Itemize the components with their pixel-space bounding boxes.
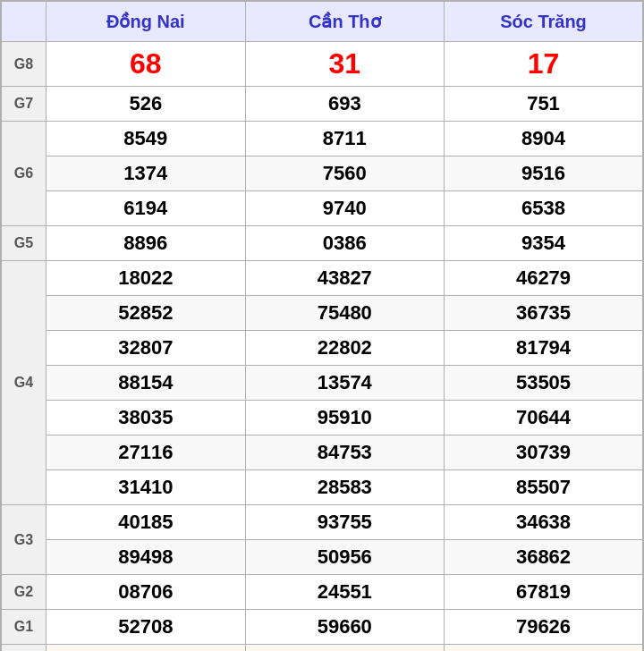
g6-can-tho-3: 9740	[245, 191, 444, 226]
g2-soc-trang: 67819	[445, 575, 644, 610]
g6-label: G6	[1, 122, 47, 226]
prize-g4-row-3: 32807 22802 81794	[1, 331, 643, 366]
g4-label: G4	[1, 261, 47, 505]
prize-g4-row-5: 38035 95910 70644	[1, 401, 643, 435]
g4-can-tho-2: 75480	[245, 296, 444, 331]
g4-can-tho-7: 28583	[245, 470, 444, 505]
header-row: Đồng Nai Cần Thơ Sóc Trăng	[1, 1, 643, 42]
g6-can-tho-2: 7560	[245, 156, 444, 191]
g2-label: G2	[1, 575, 47, 610]
g6-dong-nai-2: 1374	[47, 156, 245, 191]
prize-g6-row-3: 6194 9740 6538	[1, 191, 643, 226]
special-soc-trang: 433093	[445, 645, 644, 652]
prize-g3-row-2: 89498 50956 36862	[1, 540, 643, 575]
g6-soc-trang-3: 6538	[445, 191, 644, 226]
special-prize-row: ĐBBA 615121 593381 433093	[1, 645, 643, 652]
prize-g5-row: G5 8896 0386 9354	[1, 226, 643, 261]
prize-g1-row: G1 52708 59660 79626	[1, 610, 643, 645]
g3-can-tho-2: 50956	[245, 540, 444, 575]
g6-dong-nai-1: 8549	[47, 122, 245, 156]
g8-can-tho: 31	[245, 42, 444, 87]
g2-dong-nai: 08706	[47, 575, 245, 610]
g7-dong-nai: 526	[47, 87, 245, 122]
g4-can-tho-3: 22802	[245, 331, 444, 366]
g4-dong-nai-6: 27116	[47, 435, 245, 470]
g4-dong-nai-4: 88154	[47, 366, 245, 401]
g3-soc-trang-2: 36862	[445, 540, 644, 575]
prize-g4-row-2: 52852 75480 36735	[1, 296, 643, 331]
g4-can-tho-5: 95910	[245, 401, 444, 435]
prize-g4-row-7: 31410 28583 85507	[1, 470, 643, 505]
g1-soc-trang: 79626	[445, 610, 644, 645]
prize-g8-row: G8 68 31 17	[1, 42, 643, 87]
lottery-results-table: Đồng Nai Cần Thơ Sóc Trăng G8 68 31 17 G…	[0, 0, 644, 651]
g6-can-tho-1: 8711	[245, 122, 444, 156]
prize-g4-row-6: 27116 84753 30739	[1, 435, 643, 470]
g6-soc-trang-1: 8904	[445, 122, 644, 156]
g7-soc-trang: 751	[445, 87, 644, 122]
g7-label: G7	[1, 87, 47, 122]
g6-dong-nai-3: 6194	[47, 191, 245, 226]
g4-soc-trang-5: 70644	[445, 401, 644, 435]
g3-can-tho-1: 93755	[245, 505, 444, 540]
prize-g2-row: G2 08706 24551 67819	[1, 575, 643, 610]
header-empty	[1, 1, 47, 42]
g4-can-tho-4: 13574	[245, 366, 444, 401]
prize-g6-row-2: 1374 7560 9516	[1, 156, 643, 191]
prize-g6-row-1: G6 8549 8711 8904	[1, 122, 643, 156]
g4-dong-nai-7: 31410	[47, 470, 245, 505]
g8-dong-nai: 68	[47, 42, 245, 87]
g8-soc-trang: 17	[445, 42, 644, 87]
g8-label: G8	[1, 42, 47, 87]
g5-dong-nai: 8896	[47, 226, 245, 261]
g3-soc-trang-1: 34638	[445, 505, 644, 540]
g4-soc-trang-4: 53505	[445, 366, 644, 401]
g5-soc-trang: 9354	[445, 226, 644, 261]
g4-soc-trang-7: 85507	[445, 470, 644, 505]
special-dong-nai: 615121	[47, 645, 245, 652]
prize-g3-row-1: G3 40185 93755 34638	[1, 505, 643, 540]
g4-dong-nai-5: 38035	[47, 401, 245, 435]
g4-soc-trang-2: 36735	[445, 296, 644, 331]
g3-dong-nai-1: 40185	[47, 505, 245, 540]
g3-label: G3	[1, 505, 47, 575]
g5-label: G5	[1, 226, 47, 261]
g4-dong-nai-1: 18022	[47, 261, 245, 296]
special-label: ĐBBA	[1, 645, 47, 652]
g1-label: G1	[1, 610, 47, 645]
g4-can-tho-6: 84753	[245, 435, 444, 470]
header-can-tho: Cần Thơ	[245, 1, 444, 42]
prize-g4-row-4: 88154 13574 53505	[1, 366, 643, 401]
g4-dong-nai-3: 32807	[47, 331, 245, 366]
g3-dong-nai-2: 89498	[47, 540, 245, 575]
header-soc-trang: Sóc Trăng	[445, 1, 644, 42]
g5-can-tho: 0386	[245, 226, 444, 261]
header-dong-nai: Đồng Nai	[47, 1, 245, 42]
g4-soc-trang-3: 81794	[445, 331, 644, 366]
special-can-tho: 593381	[245, 645, 444, 652]
g6-soc-trang-2: 9516	[445, 156, 644, 191]
g4-soc-trang-6: 30739	[445, 435, 644, 470]
g4-dong-nai-2: 52852	[47, 296, 245, 331]
g4-soc-trang-1: 46279	[445, 261, 644, 296]
g4-can-tho-1: 43827	[245, 261, 444, 296]
g2-can-tho: 24551	[245, 575, 444, 610]
g7-can-tho: 693	[245, 87, 444, 122]
g1-can-tho: 59660	[245, 610, 444, 645]
prize-g7-row: G7 526 693 751	[1, 87, 643, 122]
prize-g4-row-1: G4 18022 43827 46279	[1, 261, 643, 296]
g1-dong-nai: 52708	[47, 610, 245, 645]
